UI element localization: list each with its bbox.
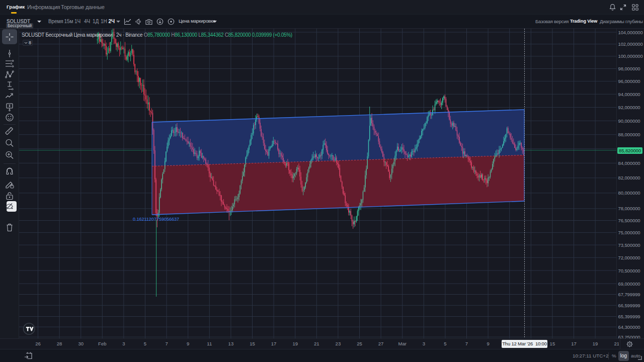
svg-text:0.16211207759056637: 0.16211207759056637	[133, 217, 179, 222]
